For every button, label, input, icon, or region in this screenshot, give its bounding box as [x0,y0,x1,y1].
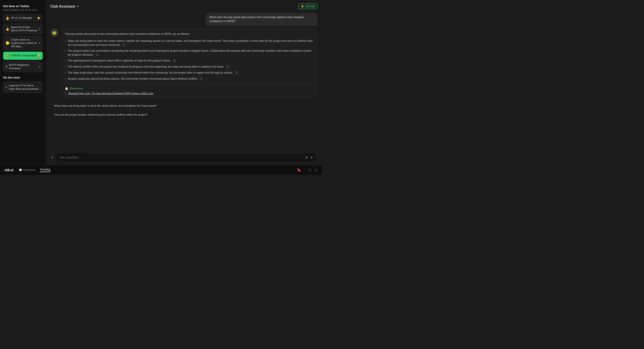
references-icon: 📋 [65,87,68,90]
trend-label: Crypto enters its longest bear market at… [11,38,38,48]
followup-text: What steps are being taken to track the … [54,104,157,108]
trend-list: 🔥 PP v1.12 Midnight 🔔 🔥 Approval of Spot… [3,14,43,72]
references-title: 📋 References [65,87,314,90]
followup-arrow: › [313,113,314,116]
ref-badge: 1 [226,65,229,68]
trend-badge: ↘ [38,27,40,30]
send-button[interactable]: ➤ [310,155,313,160]
trend-item-3[interactable]: 🟢 Is PEPE coming back? 🔔 [3,52,43,60]
on-raise-title: On the raise [3,76,43,79]
ref-num: 1 [65,92,66,95]
ref-badge: 1 [172,59,176,62]
trend-emoji: 🔥 [6,16,10,20]
attach-button[interactable]: ⊕ [305,155,308,160]
hot-now-subtitle: Hourly Updated. Last: 08-31 14:12 [3,9,43,11]
raise-label: Legends of The Mara: Open Beta and Expan… [9,84,40,90]
bullet-item-5: Despite cautiously welcoming these actio… [65,77,314,81]
trend-emoji: 🟡 [6,41,10,45]
ref-badge: 1 [200,77,203,80]
ref-badge: 1 [95,53,99,56]
raise-item-0[interactable]: Legends of The Mara: Open Beta and Expan… [3,82,43,93]
followup-questions: What steps are being taken to track the … [50,102,318,118]
bullet-item-2: The spokesperson's transparent report of… [65,58,314,63]
chat-input[interactable] [59,156,303,159]
bullet-item-1: The project leaders are committed to pro… [65,49,314,57]
bullet-item-4: The large-scale token sale has caused un… [65,71,314,75]
raise-dot [6,86,7,88]
chat-header: Clab Assistant ✏ ⚡ 160/300 [50,4,318,9]
token-badge: ⚡ 160/300 [298,4,318,9]
user-message: What were the key points discussed in th… [206,13,318,26]
trend-emoji: 🔥 [6,27,10,31]
trend-label: Is PEPE coming back? [11,54,37,57]
ref-link[interactable]: Skandal Pepe Coin, Tim Akui Anggota Gela… [68,92,153,95]
trend-item-left: 🟡 Crypto enters its longest bear market … [6,38,38,48]
chat-panel: Clab Assistant ✏ ⚡ 160/300 What were the… [46,0,322,165]
references-section: 📋 References 1 Skandal Pepe Coin, Tim Ak… [65,84,314,95]
nav-trending[interactable]: Trending [40,168,50,172]
discord-icon[interactable]: ⬡ [314,168,318,172]
references-list: 1 Skandal Pepe Coin, Tim Akui Anggota Ge… [65,92,314,95]
followup-arrow: › [313,104,314,108]
assistant-intro: The key points discussed in the communit… [65,32,314,36]
trend-item-0[interactable]: 🔥 PP v1.12 Midnight 🔔 [3,14,43,22]
ref-badge: 1 [122,43,126,47]
trend-label: Approval of Spot Bitcoin ETFs Predicted [11,26,38,32]
trend-emoji: 🟢 [6,54,10,58]
trend-badge: 🔔 [37,16,40,20]
chat-content: What were the key points discussed in th… [50,13,318,150]
chat-input-area: ✦ ⊕ ➤ [50,152,318,162]
assistant-avatar: 🐸 [50,29,58,37]
followup-text: How are the project leaders addressing t… [54,113,148,116]
edit-icon[interactable]: ✏ [76,5,79,8]
hot-now-title: Hot Now on Twitter [3,4,43,8]
trend-badge: ↘ [38,65,40,68]
trend-item-left: 🔥 Approval of Spot Bitcoin ETFs Predicte… [6,26,38,32]
followup-btn-1[interactable]: How are the project leaders addressing t… [50,111,318,118]
trend-badge: ↗ [38,42,40,44]
bottom-nav: 💬 Assistants Trending [19,168,50,172]
trend-emoji: 5 [6,65,8,68]
lightning-icon: ⚡ [301,5,304,8]
trend-item-left: 🔥 PP v1.12 Midnight [6,16,37,20]
trend-item-left: 5 BLIPS Brightness Giveaway [6,63,38,70]
assistants-icon: 💬 [19,168,22,172]
nav-assistants[interactable]: 💬 Assistants [19,168,36,172]
trend-label: PP v1.12 Midnight [11,16,32,20]
bottom-right-icons: 🔖 𝕏 ⬡ [297,168,318,172]
bottom-bar: ckb.ai 💬 Assistants Trending 🔖 𝕏 ⬡ [0,165,322,174]
sparkle-icon: ✦ [51,155,54,160]
trend-label: BLIPS Brightness Giveaway [9,63,38,70]
input-actions: ⊕ ➤ [305,155,313,160]
twitter-icon[interactable]: 𝕏 [308,168,311,172]
trend-item-2[interactable]: 🟡 Crypto enters its longest bear market … [3,36,43,50]
chat-input-wrapper: ⊕ ➤ [56,152,317,162]
trend-item-4[interactable]: 5 BLIPS Brightness Giveaway ↘ [3,61,43,72]
assistant-body: The key points discussed in the communit… [61,29,318,98]
app-logo: ckb.ai [4,168,14,172]
trend-item-left: 🟢 Is PEPE coming back? [6,54,37,58]
raise-list: Legends of The Mara: Open Beta and Expan… [3,82,43,93]
chat-title: Clab Assistant ✏ [50,4,79,8]
bookmark-icon[interactable]: 🔖 [297,168,301,172]
bullet-item-0: Steps are being taken to track the stole… [65,39,314,47]
sidebar: Hot Now on Twitter Hourly Updated. Last:… [0,0,46,165]
bullet-item-3: The internal conflict within the project… [65,65,314,69]
bullet-list: Steps are being taken to track the stole… [65,39,314,81]
trend-badge: 🔔 [37,54,40,57]
followup-btn-0[interactable]: What steps are being taken to track the … [50,102,318,110]
assistant-response: 🐸 The key points discussed in the commun… [50,29,318,98]
divider [304,168,305,172]
ref-badge: 1 [235,71,238,74]
ref-item-0: 1 Skandal Pepe Coin, Tim Akui Anggota Ge… [65,92,314,95]
trend-item-1[interactable]: 🔥 Approval of Spot Bitcoin ETFs Predicte… [3,23,43,34]
